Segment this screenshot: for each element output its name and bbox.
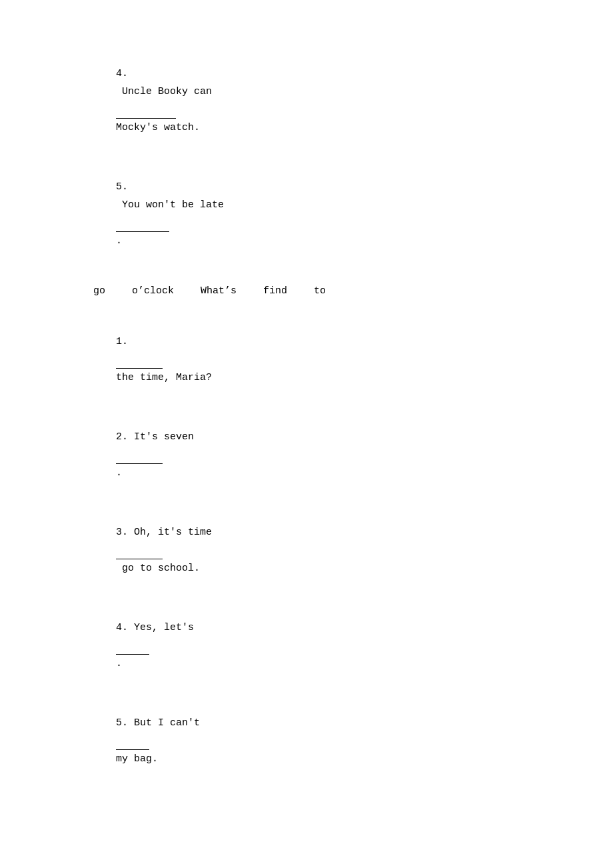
word-find: find: [263, 281, 287, 301]
sentence-5-number: 5.: [116, 181, 128, 193]
ns-5-after: my bag.: [116, 753, 158, 765]
blank-5: [116, 221, 169, 232]
word-to: to: [314, 281, 326, 301]
sentence-5: 5. You won't be late .: [80, 160, 533, 268]
ns-3-num: 3. Oh, it's time: [116, 527, 218, 538]
ns-5: 5. But I can't my bag.: [80, 696, 533, 786]
ns-3: 3. Oh, it's time go to school.: [80, 505, 533, 595]
ns-4-num: 4. Yes, let's: [116, 622, 194, 633]
word-whats: What’s: [201, 281, 237, 301]
ns-3-after: go to school.: [116, 563, 200, 574]
sentence-5-text-before: You won't be late: [116, 199, 230, 211]
ns-4: 4. Yes, let's .: [80, 601, 533, 691]
ns-4-after: .: [116, 658, 122, 669]
ns-5-blank: [116, 739, 149, 750]
ns-5-num: 5. But I can't: [116, 717, 200, 729]
ns-1-after: the time, Maria?: [116, 372, 212, 383]
word-oclock: o’clock: [132, 281, 174, 301]
ns-2-after: .: [116, 467, 122, 479]
ns-1: 1. the time, Maria?: [80, 315, 533, 405]
ns-3-blank: [116, 549, 163, 559]
blank-4: [116, 108, 176, 119]
ns-2-blank: [116, 453, 163, 464]
ns-2-num: 2. It's seven: [116, 431, 194, 443]
sentence-4-number: 4.: [116, 68, 128, 79]
ns-1-num: 1.: [116, 336, 128, 347]
word-go: go: [93, 281, 105, 301]
top-sentences-section: 4. Uncle Booky can Mocky's watch. 5. You…: [80, 47, 533, 268]
sentence-4: 4. Uncle Booky can Mocky's watch.: [80, 47, 533, 155]
ns-4-blank: [116, 644, 149, 655]
sentence-5-text-after: .: [116, 235, 122, 247]
word-bank: go o’clock What’s find to: [93, 281, 533, 301]
sentence-4-text-after: Mocky's watch.: [116, 122, 200, 133]
main-content: 4. Uncle Booky can Mocky's watch. 5. You…: [80, 47, 533, 868]
ns-2: 2. It's seven .: [80, 410, 533, 500]
ns-1-blank: [116, 358, 163, 369]
sentence-4-text-before: Uncle Booky can: [116, 86, 218, 97]
numbered-sentences: 1. the time, Maria? 2. It's seven . 3. O…: [80, 315, 533, 786]
